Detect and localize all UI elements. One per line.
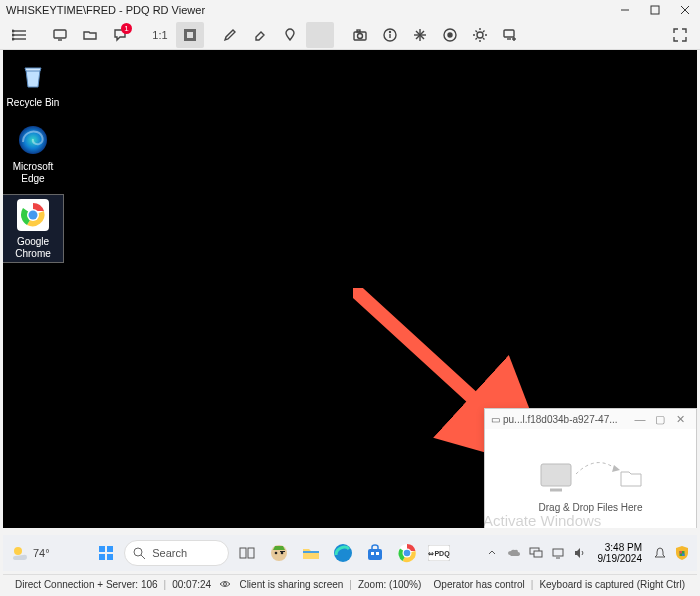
camera-icon[interactable] (346, 22, 374, 48)
svg-rect-46 (240, 548, 246, 558)
tray-display-icon[interactable] (527, 539, 545, 567)
weather-temp: 74° (33, 547, 50, 559)
svg-point-35 (29, 211, 38, 220)
svg-point-19 (390, 31, 391, 32)
toolbar: 1 1:1 (0, 20, 700, 50)
edge-icon (15, 122, 51, 158)
gear-icon[interactable] (466, 22, 494, 48)
folder-icon[interactable] (76, 22, 104, 48)
taskbar-app-edge[interactable] (329, 539, 357, 567)
svg-rect-42 (99, 554, 105, 560)
svg-point-44 (134, 548, 142, 556)
tray-security-icon[interactable] (673, 539, 691, 567)
weather-widget[interactable]: 74° (3, 544, 63, 562)
cursor-icon[interactable] (306, 22, 334, 48)
status-zoom: Zoom: (100%) (352, 579, 427, 590)
eraser-icon[interactable] (246, 22, 274, 48)
info-icon[interactable] (376, 22, 404, 48)
svg-point-39 (14, 547, 22, 555)
snowflake-icon[interactable] (406, 22, 434, 48)
window-controls (610, 0, 700, 20)
close-button[interactable] (670, 0, 700, 20)
weather-icon (11, 544, 29, 562)
svg-rect-63 (534, 551, 542, 557)
svg-rect-27 (504, 30, 514, 37)
status-operator: Operator has control (428, 579, 531, 590)
svg-rect-52 (303, 551, 319, 553)
svg-line-45 (141, 555, 145, 559)
svg-rect-40 (99, 546, 105, 552)
taskbar-app-chrome[interactable] (393, 539, 421, 567)
popup-body[interactable]: Activate Windows Go to Settings to activ… (485, 429, 696, 528)
maximize-button[interactable] (640, 0, 670, 20)
start-button[interactable] (92, 539, 120, 567)
display-icon[interactable] (46, 22, 74, 48)
recycle-bin-icon (15, 58, 51, 94)
fullscreen-icon[interactable] (666, 22, 694, 48)
svg-rect-64 (553, 549, 563, 556)
tray-network-icon[interactable] (549, 539, 567, 567)
system-tray[interactable]: 3:48 PM 9/19/2024 (483, 539, 698, 567)
chat-badge: 1 (121, 23, 132, 34)
taskbar-app-pirate[interactable] (265, 539, 293, 567)
statusbar: Direct Connection + Server: 106 | 00:07:… (3, 574, 697, 593)
taskbar-app-store[interactable] (361, 539, 389, 567)
desktop-icon-edge[interactable]: Microsoft Edge (3, 122, 63, 185)
tray-onedrive-icon[interactable] (505, 539, 523, 567)
status-sharing: Client is sharing screen (233, 579, 349, 590)
svg-rect-41 (107, 546, 113, 552)
pin-icon[interactable] (276, 22, 304, 48)
titlebar: WHISKEYTIME\FRED - PDQ RD Viewer (0, 0, 700, 20)
popup-maximize-button[interactable]: ▢ (650, 413, 670, 426)
popup-close-button[interactable]: ✕ (670, 413, 690, 426)
svg-rect-16 (357, 30, 360, 32)
pencil-icon[interactable] (216, 22, 244, 48)
svg-rect-37 (541, 464, 571, 486)
status-keyboard: Keyboard is captured (Right Ctrl) (533, 579, 691, 590)
popup-titlebar[interactable]: ▭ pu...l.f18d034b-a927-47... — ▢ ✕ (485, 409, 696, 429)
svg-point-15 (358, 33, 363, 38)
popup-title: pu...l.f18d034b-a927-47... (503, 414, 630, 425)
desktop-icon-recycle-bin[interactable]: Recycle Bin (3, 58, 63, 109)
minimize-button[interactable] (610, 0, 640, 20)
fit-screen-icon[interactable] (176, 22, 204, 48)
svg-point-25 (448, 33, 452, 37)
svg-rect-10 (54, 30, 66, 38)
file-transfer-popup[interactable]: ▭ pu...l.f18d034b-a927-47... — ▢ ✕ Activ… (484, 408, 697, 528)
sharing-eye-icon (217, 578, 233, 590)
svg-rect-1 (651, 6, 659, 14)
svg-rect-54 (368, 549, 382, 560)
svg-point-49 (275, 552, 278, 555)
taskbar-search[interactable]: Search (124, 540, 229, 566)
svg-point-9 (12, 38, 14, 40)
popup-minimize-button[interactable]: — (630, 413, 650, 425)
activate-windows-watermark: Activate Windows Go to Settings to activ… (483, 514, 653, 528)
svg-point-59 (404, 550, 411, 557)
tray-chevron-icon[interactable] (483, 539, 501, 567)
menu-icon[interactable] (6, 22, 34, 48)
task-view-button[interactable] (233, 539, 261, 567)
tray-volume-icon[interactable] (571, 539, 589, 567)
svg-rect-51 (280, 551, 285, 552)
remote-desktop[interactable]: Recycle Bin Microsoft Edge Google Chrome… (3, 50, 697, 528)
chat-icon[interactable]: 1 (106, 22, 134, 48)
desktop-icon-chrome[interactable]: Google Chrome (3, 195, 63, 262)
taskbar-app-explorer[interactable] (297, 539, 325, 567)
svg-rect-43 (107, 554, 113, 560)
zoom-11-button[interactable]: 1:1 (146, 22, 174, 48)
screen-plus-icon[interactable] (496, 22, 524, 48)
taskbar-clock[interactable]: 3:48 PM 9/19/2024 (593, 542, 648, 564)
drag-drop-graphic (536, 454, 646, 496)
record-icon[interactable] (436, 22, 464, 48)
taskbar[interactable]: 74° Search ⇔PDQ 3:48 PM 9/19/2024 (3, 535, 697, 571)
tray-notifications-icon[interactable] (651, 539, 669, 567)
svg-rect-47 (248, 548, 254, 558)
svg-rect-68 (682, 554, 685, 557)
search-icon (133, 547, 146, 560)
svg-rect-56 (376, 552, 379, 555)
svg-rect-55 (371, 552, 374, 555)
drop-label: Drag & Drop Files Here (539, 502, 643, 513)
taskbar-app-pdq[interactable]: ⇔PDQ (425, 539, 453, 567)
svg-point-50 (281, 552, 284, 555)
chrome-icon (15, 197, 51, 233)
